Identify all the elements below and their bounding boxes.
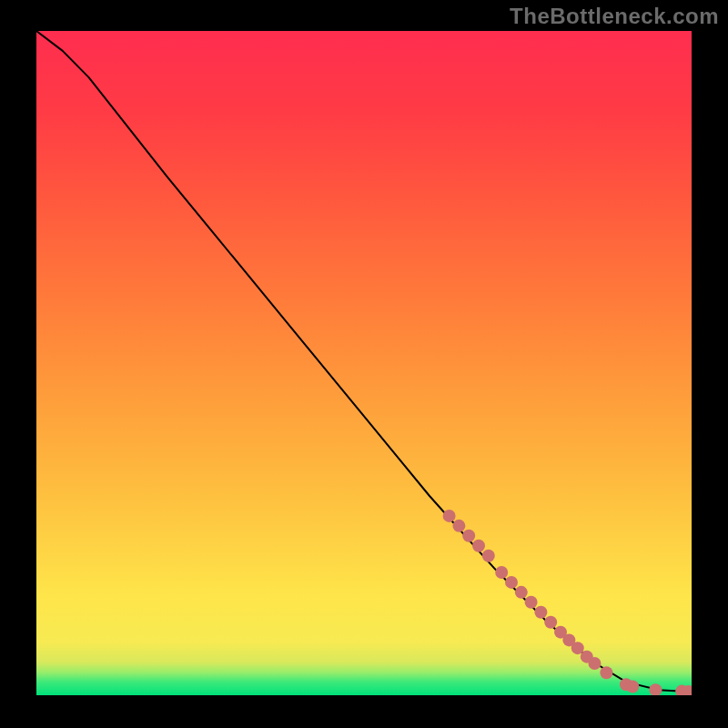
svg-point-18 — [626, 681, 639, 693]
svg-point-4 — [482, 550, 495, 562]
chart-root: TheBottleneck.com — [0, 0, 728, 728]
chart-svg — [36, 31, 692, 695]
svg-point-10 — [544, 616, 557, 629]
svg-point-16 — [600, 666, 612, 679]
watermark-text: TheBottleneck.com — [510, 4, 719, 29]
svg-point-3 — [472, 540, 485, 552]
svg-point-1 — [452, 520, 465, 532]
svg-point-7 — [515, 586, 528, 599]
plot-area — [36, 31, 692, 695]
svg-point-9 — [534, 606, 547, 619]
svg-point-0 — [443, 510, 456, 522]
svg-point-15 — [588, 657, 601, 670]
svg-point-8 — [525, 596, 538, 609]
gradient-background — [36, 31, 692, 695]
svg-point-6 — [505, 576, 518, 589]
svg-point-2 — [462, 530, 475, 542]
svg-point-5 — [495, 566, 508, 579]
